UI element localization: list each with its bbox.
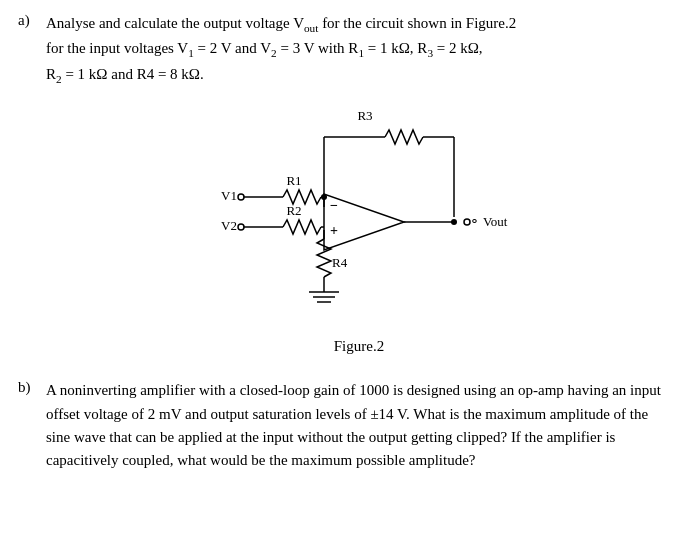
svg-text:⚬ Vout: ⚬ Vout — [469, 214, 508, 229]
svg-point-12 — [238, 224, 244, 230]
svg-point-6 — [238, 194, 244, 200]
v2-subscript: 2 — [271, 47, 277, 59]
part-b-content: A noninverting amplifier with a closed-l… — [46, 379, 672, 478]
svg-text:V2: V2 — [221, 218, 237, 233]
svg-point-29 — [464, 219, 470, 225]
part-a-block: a) Analyse and calculate the output volt… — [18, 12, 672, 361]
figure-label: Figure.2 — [334, 338, 384, 355]
part-b-block: b) A noninverting amplifier with a close… — [18, 379, 672, 478]
part-b-text: A noninverting amplifier with a closed-l… — [46, 379, 672, 472]
vout-subscript: out — [304, 22, 318, 34]
svg-text:R3: R3 — [357, 108, 372, 123]
r1-subscript: 1 — [358, 47, 364, 59]
r2-subscript: 2 — [56, 73, 62, 85]
part-a-text: Analyse and calculate the output voltage… — [46, 12, 672, 88]
svg-text:R2: R2 — [286, 203, 301, 218]
svg-point-30 — [451, 219, 457, 225]
svg-text:R4: R4 — [332, 255, 348, 270]
svg-text:−: − — [330, 198, 338, 213]
v1-subscript: 1 — [188, 47, 194, 59]
svg-text:+: + — [330, 223, 338, 238]
svg-text:R1: R1 — [286, 173, 301, 188]
svg-text:V1: V1 — [221, 188, 237, 203]
svg-point-31 — [321, 194, 327, 200]
circuit-diagram: R3 V1 — [169, 102, 549, 332]
figure-container: R3 V1 — [46, 102, 672, 355]
part-a-label: a) — [18, 12, 46, 361]
part-a-content: Analyse and calculate the output voltage… — [46, 12, 672, 361]
r3-subscript: 3 — [427, 47, 433, 59]
part-b-label: b) — [18, 379, 46, 478]
